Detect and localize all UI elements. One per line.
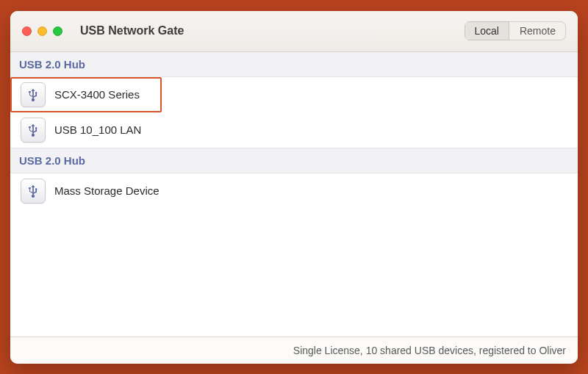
fullscreen-icon[interactable] [53,26,62,36]
status-bar: Single License, 10 shared USB devices, r… [10,337,578,364]
view-segmented-control: Local Remote [465,21,567,40]
device-row[interactable]: Mass Storage Device [10,173,578,209]
usb-icon [21,179,46,204]
device-list: USB 2.0 Hub SCX-3400 Series USB 10_100 L… [10,52,578,337]
device-label: Mass Storage Device [54,184,159,197]
hub-header: USB 2.0 Hub [10,52,578,77]
license-text: Single License, 10 shared USB devices, r… [293,345,566,356]
app-window: USB Network Gate Local Remote USB 2.0 Hu… [10,11,578,364]
device-row[interactable]: SCX-3400 Series [10,77,162,112]
titlebar: USB Network Gate Local Remote [10,11,578,52]
minimize-icon[interactable] [37,26,47,36]
usb-icon [21,118,46,143]
device-label: SCX-3400 Series [54,88,140,101]
usb-icon [26,184,40,198]
usb-icon [21,82,46,107]
traffic-lights [22,26,62,36]
device-row[interactable]: USB 10_100 LAN [10,112,578,148]
window-title: USB Network Gate [80,24,184,37]
tab-local[interactable]: Local [465,21,509,40]
close-icon[interactable] [22,26,32,36]
usb-icon [26,87,40,102]
tab-remote[interactable]: Remote [509,21,566,40]
usb-icon [26,123,40,137]
device-label: USB 10_100 LAN [54,123,141,136]
hub-header: USB 2.0 Hub [10,148,578,173]
